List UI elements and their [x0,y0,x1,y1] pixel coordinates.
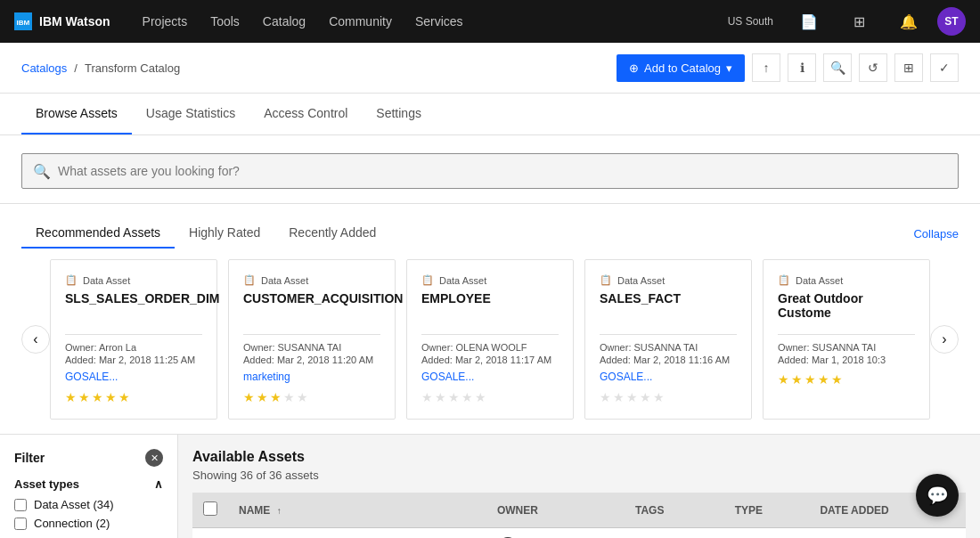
star: ★ [831,372,843,387]
star: ★ [613,390,625,404]
nav-catalog[interactable]: Catalog [252,0,316,43]
brand: IBM IBM Watson [14,12,110,30]
asset-card[interactable]: 📋 Data Asset SLS_SALES_ORDER_DIM Owner: … [50,259,217,420]
star: ★ [270,390,282,404]
breadcrumb-parent[interactable]: Catalogs [21,61,67,75]
star: ★ [600,390,611,404]
card-tag[interactable]: GOSALE... [65,371,202,383]
table-icon-btn[interactable]: ⊞ [894,53,923,82]
filter-close-button[interactable]: ✕ [145,449,163,467]
ibm-icon: IBM [14,12,32,30]
card-name: CUSTOMER_ACQUISITION [243,291,380,323]
search-icon-btn[interactable]: 🔍 [823,53,852,82]
star: ★ [626,390,638,404]
nav-community[interactable]: Community [318,0,403,43]
asset-card[interactable]: 📋 Data Asset SALES_FACT Owner: SUSANNA T… [584,259,752,420]
add-catalog-chevron: ▾ [726,61,732,75]
star: ★ [78,390,90,404]
card-type: 📋 Data Asset [600,274,737,286]
filter-asset-type-item[interactable]: Connection (2) [14,517,163,530]
card-tag[interactable]: GOSALE... [600,371,737,383]
nav-services[interactable]: Services [404,0,474,43]
stars: ★★★★★ [600,390,737,404]
card-divider [778,334,915,335]
info-icon-btn[interactable]: ℹ [788,53,816,82]
select-all-checkbox[interactable] [203,501,217,516]
tab-settings[interactable]: Settings [362,94,436,134]
table-icon: 📋 [421,274,434,286]
breadcrumb-separator: / [74,61,78,75]
search-input[interactable] [51,164,947,178]
table-icon: 📋 [778,274,790,286]
breadcrumb-actions: ⊕ Add to Catalog ▾ ↑ ℹ 🔍 ↺ ⊞ ✓ [617,53,959,82]
nav-projects[interactable]: Projects [132,0,199,43]
star: ★ [804,372,816,387]
col-tags[interactable]: TAGS [625,493,724,528]
star: ★ [257,390,268,404]
table-icon: 📋 [243,274,256,286]
filter-asset-type-item[interactable]: Data Asset (34) [14,498,163,511]
star: ★ [461,390,473,404]
star: ★ [791,372,803,387]
chat-button[interactable]: 💬 [916,474,959,517]
assets-count: Showing 36 of 36 assets [192,469,966,482]
carousel-next-button[interactable]: › [930,325,959,354]
breadcrumb-bar: Catalogs / Transform Catalog ⊕ Add to Ca… [0,43,980,94]
rec-tab-recommended[interactable]: Recommended Assets [21,218,175,249]
rec-tabs: Recommended Assets Highly Rated Recently… [21,218,390,249]
card-tag[interactable]: marketing [243,371,380,383]
assets-table: NAME ↑ OWNER TAGS TYPE DATE ADDED Orders… [192,493,966,538]
filter-checkbox[interactable] [14,499,27,511]
row-tags-cell [625,528,724,539]
rec-header: Recommended Assets Highly Rated Recently… [21,218,959,249]
assets-header: Available Assets [192,449,966,465]
star: ★ [421,390,433,404]
notification-icon-btn[interactable]: 🔔 [887,0,930,43]
tab-browse-assets[interactable]: Browse Assets [21,94,132,134]
col-type[interactable]: TYPE [724,493,810,528]
col-date[interactable]: DATE ADDED [809,493,909,528]
filter-asset-types-title[interactable]: Asset types ∧ [14,477,163,491]
refresh-icon-btn[interactable]: ↺ [859,53,887,82]
card-tag[interactable]: GOSALE... [421,371,559,383]
carousel-prev-button[interactable]: ‹ [21,325,50,354]
asset-card[interactable]: 📋 Data Asset EMPLOYEE Owner: OLENA WOOLF… [406,259,574,420]
rec-tab-highly-rated[interactable]: Highly Rated [175,218,274,249]
filter-title: Filter [14,451,45,465]
add-catalog-label: Add to Catalog [644,61,721,75]
stars: ★★★★★ [243,390,380,404]
star: ★ [778,372,789,387]
search-section: 🔍 [0,135,980,204]
svg-text:IBM: IBM [17,19,30,27]
sort-icon: ↑ [277,506,282,516]
settings-icon-btn[interactable]: ✓ [930,53,959,82]
file-icon-btn[interactable]: 📄 [788,0,830,43]
card-type: 📋 Data Asset [243,274,380,286]
tab-access-control[interactable]: Access Control [249,94,362,134]
card-meta: Owner: SUSANNA TAI Added: Mar 1, 2018 10… [778,342,915,365]
search-icon: 🔍 [33,163,51,180]
add-catalog-icon: ⊕ [629,61,639,75]
upload-icon-btn[interactable]: ↑ [752,53,780,82]
star: ★ [65,390,77,404]
card-divider [65,334,202,335]
collapse-button[interactable]: Collapse [913,227,959,240]
star: ★ [283,390,295,404]
tab-usage-statistics[interactable]: Usage Statistics [132,94,249,134]
nav-left: IBM IBM Watson Projects Tools Catalog Co… [14,0,474,43]
asset-card[interactable]: 📋 Data Asset CUSTOMER_ACQUISITION Owner:… [228,259,396,420]
filter-panel: Filter ✕ Asset types ∧ Data Asset (34)Co… [0,435,178,538]
asset-card[interactable]: 📋 Data Asset Great Outdoor Custome Owner… [763,259,930,420]
filter-checkbox[interactable] [14,518,27,530]
col-name[interactable]: NAME ↑ [228,493,486,528]
card-name: SALES_FACT [600,291,737,323]
row-checkbox-cell [192,528,228,539]
col-owner[interactable]: OWNER [486,493,625,528]
row-type-cell: Data Asset [724,528,810,539]
breadcrumb: Catalogs / Transform Catalog [21,61,180,75]
user-avatar[interactable]: ST [937,7,966,36]
nav-tools[interactable]: Tools [200,0,250,43]
grid-icon-btn[interactable]: ⊞ [837,0,880,43]
add-to-catalog-button[interactable]: ⊕ Add to Catalog ▾ [617,54,745,82]
rec-tab-recently-added[interactable]: Recently Added [274,218,390,249]
